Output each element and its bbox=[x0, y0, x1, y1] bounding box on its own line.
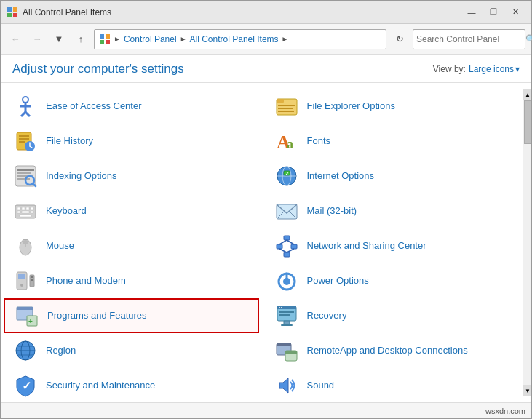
svg-rect-4 bbox=[100, 34, 104, 39]
view-by-dropdown[interactable]: Large icons ▾ bbox=[469, 64, 520, 74]
svg-rect-16 bbox=[19, 135, 29, 137]
minimize-button[interactable]: — bbox=[461, 4, 482, 20]
svg-rect-28 bbox=[17, 207, 20, 210]
scrollbar-thumb[interactable] bbox=[524, 100, 531, 144]
svg-rect-2 bbox=[7, 13, 12, 17]
svg-rect-71 bbox=[277, 244, 282, 249]
window-title: All Control Panel Items bbox=[23, 7, 461, 17]
mouse-label: Mouse bbox=[46, 240, 74, 252]
item-fonts[interactable]: A a Fonts bbox=[262, 124, 523, 159]
indexing-options-icon bbox=[12, 163, 39, 189]
svg-text:+: + bbox=[28, 317, 33, 325]
item-recovery[interactable]: Recovery bbox=[262, 298, 523, 333]
region-label: Region bbox=[46, 345, 76, 357]
item-mouse[interactable]: Mouse bbox=[1, 228, 262, 263]
search-icon[interactable]: 🔍 bbox=[525, 34, 532, 44]
recovery-icon bbox=[274, 303, 300, 329]
svg-line-74 bbox=[279, 240, 287, 244]
svg-rect-34 bbox=[31, 211, 33, 213]
sound-label: Sound bbox=[307, 380, 335, 392]
svg-text:✓: ✓ bbox=[285, 172, 289, 176]
svg-rect-59 bbox=[278, 111, 294, 112]
status-bar: wsxdn.com bbox=[1, 402, 531, 418]
back-button[interactable]: ← bbox=[7, 31, 24, 48]
right-column: File Explorer Options A a Fonts bbox=[262, 89, 523, 396]
svg-rect-57 bbox=[278, 105, 295, 106]
remoteapp-icon bbox=[274, 338, 300, 364]
svg-line-75 bbox=[287, 240, 294, 244]
file-history-icon bbox=[12, 128, 39, 154]
svg-rect-21 bbox=[17, 169, 34, 171]
svg-marker-92 bbox=[279, 378, 288, 393]
breadcrumb-control-panel[interactable]: Control Panel bbox=[124, 34, 177, 44]
svg-rect-6 bbox=[100, 40, 104, 44]
search-input[interactable] bbox=[416, 34, 525, 44]
item-sound[interactable]: Sound bbox=[262, 368, 523, 402]
breadcrumb-all-items[interactable]: All Control Panel Items bbox=[190, 34, 279, 44]
svg-rect-5 bbox=[106, 34, 110, 39]
svg-point-41 bbox=[20, 284, 23, 287]
window-icon bbox=[7, 7, 18, 18]
scrollbar-down-button[interactable]: ▼ bbox=[523, 385, 531, 396]
item-network-sharing[interactable]: Network and Sharing Center bbox=[262, 228, 523, 263]
mail-icon bbox=[274, 198, 300, 224]
svg-rect-72 bbox=[291, 244, 297, 249]
svg-rect-29 bbox=[22, 207, 25, 210]
phone-modem-icon bbox=[12, 268, 39, 294]
item-remoteapp[interactable]: RemoteApp and Desktop Connections bbox=[262, 333, 523, 368]
refresh-button[interactable]: ↻ bbox=[391, 31, 408, 48]
item-mail[interactable]: Mail (32-bit) bbox=[262, 193, 523, 228]
maximize-button[interactable]: ❐ bbox=[483, 4, 504, 20]
svg-rect-46 bbox=[17, 307, 33, 310]
svg-rect-58 bbox=[278, 108, 293, 109]
close-button[interactable]: ✕ bbox=[505, 4, 525, 20]
svg-rect-0 bbox=[7, 7, 12, 12]
breadcrumb-sep-3: ► bbox=[282, 35, 289, 43]
svg-point-80 bbox=[283, 278, 290, 285]
item-region[interactable]: Region bbox=[1, 333, 262, 368]
svg-rect-87 bbox=[281, 324, 293, 326]
items-grid: Ease of Access Center bbox=[1, 89, 523, 396]
security-maintenance-label: Security and Maintenance bbox=[46, 380, 155, 392]
left-column: Ease of Access Center bbox=[1, 89, 262, 396]
search-box: 🔍 bbox=[413, 29, 525, 49]
network-sharing-label: Network and Sharing Center bbox=[307, 240, 426, 252]
svg-rect-40 bbox=[18, 274, 25, 279]
scrollbar[interactable]: ▲ ▼ bbox=[523, 89, 531, 396]
item-file-explorer[interactable]: File Explorer Options bbox=[262, 89, 523, 124]
item-power-options[interactable]: Power Options bbox=[262, 263, 523, 298]
item-programs-features[interactable]: + Programs and Features bbox=[4, 298, 259, 333]
item-ease-of-access[interactable]: Ease of Access Center bbox=[1, 89, 262, 124]
item-file-history[interactable]: File History bbox=[1, 124, 262, 159]
svg-rect-91 bbox=[285, 351, 297, 354]
item-keyboard[interactable]: Keyboard bbox=[1, 193, 262, 228]
forward-button[interactable]: → bbox=[28, 31, 46, 48]
internet-options-label: Internet Options bbox=[307, 170, 375, 183]
item-indexing-options[interactable]: Indexing Options bbox=[1, 159, 262, 193]
svg-rect-33 bbox=[22, 211, 29, 213]
svg-rect-43 bbox=[31, 276, 33, 278]
programs-features-label: Programs and Features bbox=[47, 310, 147, 322]
main-window: All Control Panel Items — ❐ ✕ ← → ▼ ↑ ► … bbox=[0, 0, 532, 419]
svg-rect-85 bbox=[279, 311, 294, 313]
svg-rect-22 bbox=[17, 172, 31, 174]
phone-modem-label: Phone and Modem bbox=[46, 275, 126, 287]
recent-button[interactable]: ▼ bbox=[50, 31, 68, 48]
svg-point-38 bbox=[23, 240, 28, 244]
svg-rect-70 bbox=[284, 236, 290, 240]
svg-rect-56 bbox=[277, 99, 284, 103]
scrollbar-track bbox=[523, 100, 531, 385]
item-phone-modem[interactable]: Phone and Modem bbox=[1, 263, 262, 298]
item-security-maintenance[interactable]: ✓ Security and Maintenance bbox=[1, 368, 262, 402]
svg-rect-1 bbox=[13, 7, 17, 12]
svg-rect-18 bbox=[19, 141, 25, 143]
file-explorer-icon bbox=[274, 93, 300, 119]
up-button[interactable]: ↑ bbox=[72, 31, 90, 48]
fonts-label: Fonts bbox=[307, 135, 331, 148]
region-icon bbox=[12, 338, 39, 364]
keyboard-icon bbox=[12, 198, 39, 224]
watermark: wsxdn.com bbox=[485, 407, 525, 415]
svg-rect-35 bbox=[20, 215, 31, 217]
scrollbar-up-button[interactable]: ▲ bbox=[523, 89, 531, 100]
item-internet-options[interactable]: ✓ Internet Options bbox=[262, 159, 523, 193]
